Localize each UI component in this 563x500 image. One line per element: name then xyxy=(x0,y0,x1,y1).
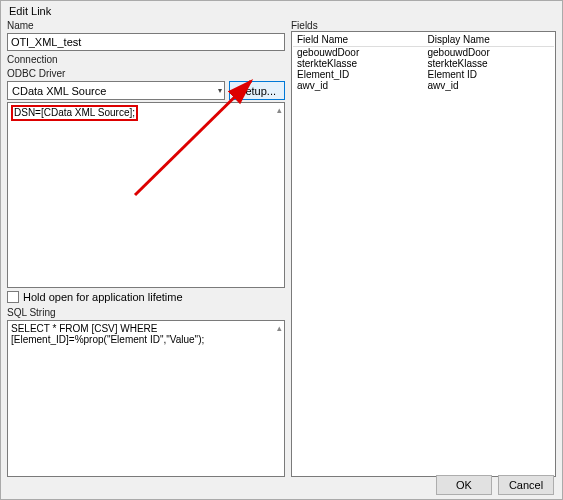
odbc-select-wrap: CData XML Source ▾ xyxy=(7,81,225,100)
connection-textarea[interactable]: ▴ DSN=[CData XML Source]; xyxy=(7,102,285,288)
odbc-select[interactable]: CData XML Source ▾ xyxy=(7,81,225,100)
display-name-cell: Element ID xyxy=(424,69,555,80)
field-name-cell: awv_id xyxy=(293,80,424,91)
ok-button[interactable]: OK xyxy=(436,475,492,495)
right-panel: Fields Field Name Display Name gebouwdDo… xyxy=(291,19,556,477)
connection-label: Connection xyxy=(7,54,285,65)
odbc-select-value: CData XML Source xyxy=(12,85,106,97)
edit-link-dialog: Edit Link Name Connection ODBC Driver CD… xyxy=(0,0,563,500)
hold-open-row: Hold open for application lifetime xyxy=(7,291,285,303)
dialog-footer: OK Cancel xyxy=(436,475,554,495)
cancel-button[interactable]: Cancel xyxy=(498,475,554,495)
table-row[interactable]: awv_idawv_id xyxy=(293,80,554,91)
sql-label: SQL String xyxy=(7,307,285,318)
fields-label: Fields xyxy=(291,20,556,31)
display-name-cell: awv_id xyxy=(424,80,555,91)
name-input[interactable] xyxy=(7,33,285,51)
fields-table: Field Name Display Name gebouwdDoorgebou… xyxy=(293,33,554,91)
hold-open-label: Hold open for application lifetime xyxy=(23,291,183,303)
connection-string-highlight: DSN=[CData XML Source]; xyxy=(11,105,138,121)
table-row[interactable]: Element_IDElement ID xyxy=(293,69,554,80)
scroll-up-icon: ▴ xyxy=(277,105,282,115)
dialog-title: Edit Link xyxy=(1,1,562,19)
col-field-name[interactable]: Field Name xyxy=(293,33,424,47)
chevron-down-icon: ▾ xyxy=(218,86,222,95)
scroll-up-icon: ▴ xyxy=(277,323,282,333)
setup-button[interactable]: Setup... xyxy=(229,81,285,100)
left-panel: Name Connection ODBC Driver CData XML So… xyxy=(7,19,285,477)
sql-textarea[interactable]: ▴ SELECT * FROM [CSV] WHERE [Element_ID]… xyxy=(7,320,285,477)
dialog-content: Name Connection ODBC Driver CData XML So… xyxy=(1,19,562,477)
hold-open-checkbox[interactable] xyxy=(7,291,19,303)
display-name-cell: gebouwdDoor xyxy=(424,47,555,59)
col-display-name[interactable]: Display Name xyxy=(424,33,555,47)
field-name-cell: sterkteKlasse xyxy=(293,58,424,69)
table-row[interactable]: gebouwdDoorgebouwdDoor xyxy=(293,47,554,59)
name-label: Name xyxy=(7,20,285,31)
sql-value: SELECT * FROM [CSV] WHERE [Element_ID]=%… xyxy=(11,323,204,345)
fields-listbox[interactable]: Field Name Display Name gebouwdDoorgebou… xyxy=(291,31,556,477)
display-name-cell: sterkteKlasse xyxy=(424,58,555,69)
table-row[interactable]: sterkteKlassesterkteKlasse xyxy=(293,58,554,69)
odbc-label: ODBC Driver xyxy=(7,68,285,79)
field-name-cell: Element_ID xyxy=(293,69,424,80)
odbc-row: CData XML Source ▾ Setup... xyxy=(7,81,285,100)
field-name-cell: gebouwdDoor xyxy=(293,47,424,59)
